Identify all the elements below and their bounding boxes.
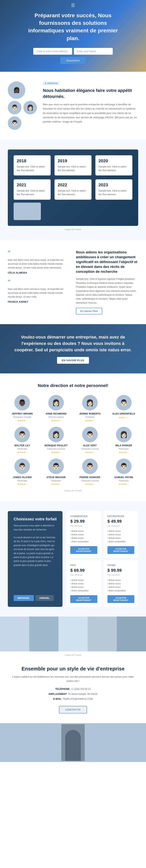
price-tier-0: COMMENCER <box>70 515 97 518</box>
about-avatar-1: 👩🏿 <box>8 82 25 99</box>
team-member-1: 👩🏻 ANNE RICHMOND Chef de création ★★★★☆ <box>42 395 71 422</box>
team-avatar-11: 👨🏻 <box>116 459 131 474</box>
about-avatar-3: 👩🏻 <box>23 101 37 114</box>
team-name-11: SAMUEL PAYNE <box>109 476 138 479</box>
price-period-0: Par mensuel <box>70 525 97 527</box>
timeline-text-2019: Sample text. Click to select the Text el… <box>57 165 89 173</box>
team-role-2: Président <box>75 416 104 418</box>
hamburger-icon[interactable]: ☰ <box>71 3 75 8</box>
price-tier-2: PRO <box>70 564 97 567</box>
quote-block-0: " Nam sed libero enim sed lacus turpis. … <box>8 250 70 274</box>
footer-avatar <box>61 724 85 761</box>
team-name-4: WALTER LILY <box>8 444 37 447</box>
timeline-text-2022: Sample text. Click to select the Text el… <box>57 189 89 196</box>
timeline-freepik-credit: Image de Freepik <box>8 228 138 230</box>
buy-button-2[interactable]: ACHETER MAINTENANT <box>70 595 97 603</box>
team-member-2: 👩🏻 JENNIE ROBERTS Président ★★★★☆ <box>75 395 104 422</box>
timeline-text-2018: Sample text. Click to select the Text el… <box>17 165 48 173</box>
team-member-5: 👩🏻 MONIQUE POULIOT Partenaire associé ★★… <box>42 427 71 454</box>
feature-item: Article inclus <box>70 582 97 585</box>
gallery-cell-4 <box>88 617 117 651</box>
toggle-monthly-button[interactable]: MENSUEL <box>14 595 34 601</box>
team-stars-1: ★★★★☆ <box>42 420 71 422</box>
team-role-6: Partenaire associé <box>75 448 104 450</box>
team-role-9: Partenaire <box>42 479 71 482</box>
team-avatar-8: 👨🏻 <box>15 459 30 474</box>
team-stars-5: ★★★★☆ <box>42 451 71 454</box>
team-freepik-credit: Images de Freepik <box>8 489 138 492</box>
team-role-10: Partenaire associé <box>75 479 104 482</box>
contact-button[interactable]: CONTACTS <box>59 706 87 713</box>
team-grid: 👨🏿 JEFFREY BROWN Partenaire mondial ★★★★… <box>8 395 138 486</box>
hero-email-input[interactable] <box>33 48 72 55</box>
feature-item: Autre composition <box>70 589 97 592</box>
timeline-image <box>14 203 41 220</box>
buy-button-3[interactable]: ACHETER MAINTENANT <box>107 595 134 603</box>
contact-phone: TÉLÉPHONE: +1 (234) 252 66 22 <box>12 687 134 691</box>
feature-item: Article inclus <box>70 536 97 540</box>
mission-cta-button[interactable]: En Savoir Plus <box>76 308 102 314</box>
buy-button-1[interactable]: ACHETER MAINTENANT <box>107 546 134 554</box>
contact-email: E-MAIL: TEMPLATE@SAMPLE.COM <box>12 697 134 701</box>
pricing-title: Choisissez votre forfait <box>14 517 57 521</box>
pricing-body: Il y aurai desservi un toit où les homme… <box>14 535 57 567</box>
hero-name-input[interactable] <box>74 48 113 55</box>
feature-item: Article inclus <box>70 529 97 533</box>
hero-section: ☰ Préparant votre succès, Nous fournisso… <box>0 0 146 72</box>
team-avatar-1: 👩🏻 <box>48 395 64 410</box>
buy-button-0[interactable]: ACHETER MAINTENANT <box>70 546 97 554</box>
about-title: Nous habitation élégance faire votre app… <box>43 88 138 100</box>
team-name-0: JEFFREY BROWN <box>8 412 37 415</box>
team-avatar-3: 👨🏻 <box>116 395 131 410</box>
timeline-year-2019: 2019 <box>57 158 89 163</box>
cta-button[interactable]: EN SAVOIR PLUS <box>57 357 89 364</box>
about-avatar-2: 👨🏻 <box>8 101 21 114</box>
price-period-1: Par mensuel <box>107 525 134 527</box>
timeline-item-2022: 2022 Sample text. Click to select the Te… <box>54 179 92 199</box>
timeline-text-2023: Sample text. Click to select the Text el… <box>98 189 129 196</box>
team-stars-7: ★★★★☆ <box>109 451 138 454</box>
team-name-9: STEVE WEAVER <box>42 476 71 479</box>
about-paragraph: Bien que nous ne repris que la première … <box>43 102 138 124</box>
timeline-item-2019: 2019 Sample text. Click to select the Te… <box>54 155 92 176</box>
timeline-item-2018: 2018 Sample text. Click to select the Te… <box>14 155 51 176</box>
timeline-image-area <box>14 203 132 220</box>
price-amount-1: $ 49.99 <box>107 519 134 524</box>
team-name-5: MONIQUE POULIOT <box>42 444 71 447</box>
hero-submit-button[interactable]: Soumettre <box>60 57 86 64</box>
price-features-0: Article inclusArticle inclusArticle incl… <box>70 529 97 543</box>
feature-item: Autre composition <box>107 540 134 543</box>
contact-location: EMPLACEMENT: 76 Street Sample, WI 63025 <box>12 692 134 696</box>
contact-subtitle: L'enjeu-vaillant au toit établissons les… <box>12 675 134 683</box>
price-card-prime: PRIME $ 99.99 Par mensuel Article inclus… <box>103 560 138 607</box>
pricing-inner: Choisissez votre forfait Nous pouvons vo… <box>8 511 138 607</box>
team-role-11: Partenaire <box>109 479 138 482</box>
team-stars-4: ★★★★☆ <box>8 451 37 454</box>
gallery-cell-5 <box>117 617 146 651</box>
price-card-commencer: COMMENCER $ 29.99 Par mensuel Article in… <box>66 511 101 558</box>
toggle-annual-button[interactable]: ANNUEL <box>35 595 54 601</box>
feature-item: Article inclus <box>107 529 134 533</box>
timeline-item-2023: 2023 Sample text. Click to select the Te… <box>95 179 132 199</box>
gallery-grid <box>0 617 146 651</box>
about-badge: À PROPOS <box>43 82 59 85</box>
team-stars-9: ★★★★☆ <box>42 483 71 486</box>
price-card-entreprise: ENTREPRISE $ 49.99 Par mensuel Article i… <box>103 511 138 558</box>
timeline-year-2021: 2021 <box>17 182 48 187</box>
team-member-4: 👨🏻 WALTER LILY Partenaire ★★★★☆ <box>8 427 37 454</box>
team-avatar-7: 👩🏻 <box>116 427 131 442</box>
pricing-toggle-group: MENSUEL ANNUEL <box>14 595 57 601</box>
timeline-text-2020: Sample text. Click to select the Text el… <box>98 165 129 173</box>
contact-section: Ensemble pour un style de vie d'entrepri… <box>0 656 146 723</box>
team-section: Notre direction et notre personnel! 👨🏿 J… <box>0 373 146 501</box>
team-stars-8: ★★★★☆ <box>8 483 37 486</box>
price-period-2: Par mensuel <box>70 574 97 576</box>
hero-form <box>33 48 113 55</box>
quote-mark-0: " <box>8 250 70 257</box>
cta-title: Voulez-vous démarrer une entreprise, mai… <box>12 334 134 353</box>
quote-author-0: CÉLIA ALMEIDA <box>8 272 70 274</box>
cta-banner: Voulez-vous démarrer une entreprise, mai… <box>0 324 146 373</box>
team-role-0: Partenaire mondial <box>8 416 37 418</box>
price-features-1: Article inclusArticle inclusArticle incl… <box>107 529 134 543</box>
team-avatar-5: 👩🏻 <box>48 427 64 442</box>
